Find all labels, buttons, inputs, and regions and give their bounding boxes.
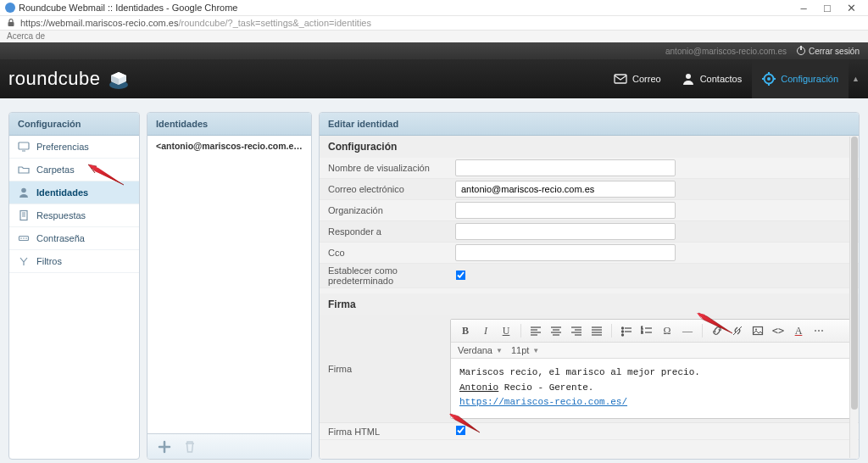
numbered-list-button[interactable]: 12: [639, 323, 654, 338]
editor-content[interactable]: Mariscos recio, el marisco al mejor prec…: [451, 359, 854, 418]
browser-about-bar[interactable]: Acerca de: [0, 31, 868, 42]
field-row-htmlsig: Firma HTML: [320, 423, 859, 440]
align-right-button[interactable]: [569, 323, 584, 338]
nav-mail[interactable]: Correo: [604, 59, 671, 98]
settings-item-folders[interactable]: Carpetas: [9, 159, 139, 181]
bullet-list-button[interactable]: [619, 323, 634, 338]
htmlsig-checkbox[interactable]: [456, 426, 466, 436]
bold-button[interactable]: B: [458, 323, 473, 338]
folder-icon: [18, 164, 30, 176]
lock-icon: [7, 19, 15, 27]
bcc-input[interactable]: [455, 244, 676, 261]
browser-urlbar[interactable]: https://webmail.mariscos-recio.com.es/ro…: [0, 15, 868, 31]
settings-item-label: Identidades: [36, 187, 88, 198]
filter-icon: [18, 255, 30, 267]
svg-text:2: 2: [641, 330, 643, 334]
window-close-button[interactable]: ✕: [839, 2, 863, 14]
identities-toolbar: [147, 433, 311, 459]
svg-point-5: [767, 77, 771, 81]
email-input[interactable]: [455, 181, 676, 198]
logout-link[interactable]: Cerrar sesión: [797, 47, 860, 56]
displayname-input[interactable]: [455, 159, 676, 176]
edit-identity-panel: Editar identidad Configuración Nombre de…: [319, 112, 860, 460]
settings-menu-list: Preferencias Carpetas Identidades Respue…: [9, 136, 139, 273]
font-family-value: Verdana: [458, 345, 492, 355]
roundcube-logo: roundcube: [8, 67, 131, 91]
hr-button[interactable]: —: [680, 323, 695, 338]
link-button[interactable]: [709, 323, 725, 338]
settings-item-label: Contraseña: [36, 233, 85, 243]
mail-icon: [614, 72, 627, 86]
toolbar-separator: [520, 324, 521, 337]
password-icon: [18, 232, 30, 244]
setdefault-checkbox[interactable]: [456, 270, 466, 280]
person-icon: [682, 72, 695, 86]
field-row-setdefault: Establecer como predeterminado: [320, 264, 859, 288]
signature-editor: B I U 12 Ω —: [450, 319, 855, 419]
monitor-icon: [18, 141, 30, 153]
settings-menu-title: Configuración: [9, 113, 139, 136]
nav-caret-icon[interactable]: ▲: [852, 75, 860, 83]
italic-button[interactable]: I: [478, 323, 493, 338]
replyto-input[interactable]: [455, 223, 676, 240]
scrollbar-thumb[interactable]: [851, 137, 858, 410]
identities-panel: Identidades <antonio@mariscos-recio.com.…: [147, 112, 312, 460]
underline-button[interactable]: U: [498, 323, 514, 338]
signature-row: Firma B I U: [320, 315, 859, 423]
settings-menu-panel: Configuración Preferencias Carpetas Iden…: [8, 112, 140, 460]
svg-point-37: [622, 327, 624, 329]
identities-title: Identidades: [147, 113, 311, 136]
add-identity-button[interactable]: [156, 438, 173, 455]
setdefault-label: Establecer como predeterminado: [328, 265, 455, 286]
align-center-button[interactable]: [548, 323, 564, 338]
htmlsig-label: Firma HTML: [328, 427, 455, 437]
svg-point-12: [21, 188, 26, 193]
email-label: Correo electrónico: [328, 184, 455, 194]
settings-item-preferences[interactable]: Preferencias: [9, 136, 139, 159]
scrollbar-track[interactable]: [849, 137, 858, 458]
settings-item-filters[interactable]: Filtros: [9, 250, 139, 273]
browser-titlebar: Roundcube Webmail :: Identidades - Googl…: [0, 0, 868, 15]
more-button[interactable]: ⋯: [811, 323, 826, 338]
identity-icon: [18, 187, 30, 198]
svg-point-18: [20, 237, 22, 239]
nav-mail-label: Correo: [632, 74, 661, 84]
rc-topbar: antonio@mariscos-recio.com.es Cerrar ses…: [0, 42, 868, 59]
chevron-down-icon: ▼: [496, 347, 503, 354]
chevron-down-icon: ▼: [532, 347, 539, 354]
omega-button[interactable]: Ω: [659, 323, 675, 338]
align-left-button[interactable]: [528, 323, 543, 338]
settings-item-identities[interactable]: Identidades: [9, 181, 139, 204]
url-path: /roundcube/?_task=settings&_action=ident…: [178, 18, 371, 28]
unlink-button[interactable]: [730, 323, 745, 338]
signature-section-title: Firma: [320, 293, 859, 315]
image-button[interactable]: [750, 323, 765, 338]
field-row-organization: Organización: [320, 200, 859, 221]
identities-list: <antonio@mariscos-recio.com.es>: [147, 136, 311, 433]
svg-rect-13: [20, 211, 27, 220]
current-user: antonio@mariscos-recio.com.es: [665, 47, 787, 56]
settings-item-responses[interactable]: Respuestas: [9, 204, 139, 227]
signature-link[interactable]: https://mariscos-recio.com.es/: [459, 397, 627, 407]
window-minimize-button[interactable]: –: [792, 2, 815, 14]
identity-item[interactable]: <antonio@mariscos-recio.com.es>: [147, 136, 311, 156]
svg-rect-47: [754, 327, 763, 335]
url-host: https://webmail.mariscos-recio.com.es: [20, 18, 178, 28]
svg-rect-2: [615, 75, 626, 83]
settings-item-label: Preferencias: [36, 142, 89, 152]
editor-toolbar-2: Verdana▼ 11pt▼: [451, 343, 854, 359]
align-justify-button[interactable]: [589, 323, 604, 338]
organization-input[interactable]: [455, 202, 676, 219]
code-button[interactable]: <>: [771, 323, 786, 338]
nav-contacts[interactable]: Contactos: [671, 59, 753, 98]
settings-item-password[interactable]: Contraseña: [9, 227, 139, 250]
font-size-select[interactable]: 11pt▼: [511, 345, 539, 355]
nav-settings[interactable]: Configuración: [752, 59, 849, 98]
nav-settings-label: Configuración: [781, 74, 838, 84]
forecolor-button[interactable]: A: [791, 323, 806, 338]
edit-scroll-area[interactable]: Configuración Nombre de visualización Co…: [320, 136, 859, 459]
svg-rect-0: [8, 22, 14, 26]
delete-identity-button[interactable]: [181, 438, 198, 455]
font-family-select[interactable]: Verdana▼: [458, 345, 503, 355]
window-maximize-button[interactable]: □: [815, 2, 839, 14]
